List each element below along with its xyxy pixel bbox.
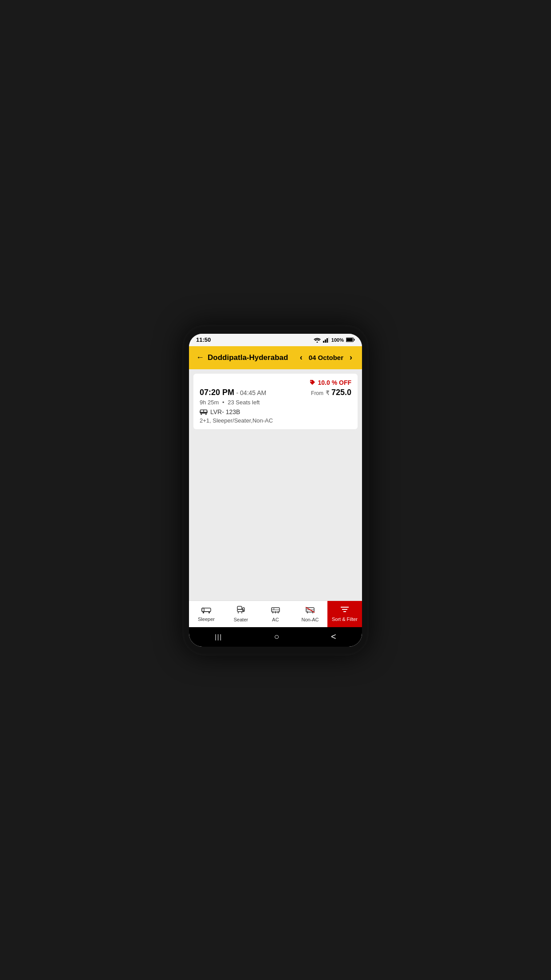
sort-filter-button[interactable]: Sort & Filter: [327, 601, 362, 627]
next-date-button[interactable]: ›: [347, 352, 355, 363]
nonac-icon: [305, 605, 315, 616]
time-section: 07:20 PM - 04:45 AM: [200, 388, 266, 397]
status-time: 11:50: [196, 336, 211, 343]
android-nav-bar: ||| ○ <: [189, 627, 362, 647]
svg-rect-19: [209, 612, 210, 613]
departure-time: 07:20 PM: [200, 388, 234, 397]
sort-filter-icon: [340, 606, 350, 615]
currency-symbol: ₹: [326, 389, 330, 396]
date-display: 04 October: [309, 354, 343, 361]
battery-icon: [346, 337, 355, 342]
bus-number: LVR- 123B: [210, 408, 240, 415]
nav-menu-icon[interactable]: |||: [215, 633, 222, 640]
status-icons: 100%: [314, 337, 355, 343]
status-bar: 11:50 100%: [189, 334, 362, 346]
nav-home-icon[interactable]: ○: [274, 632, 279, 642]
from-label: From: [311, 390, 323, 396]
discount-badge: 10.0 % OFF: [309, 379, 351, 386]
route-title: Doddipatla-Hyderabad: [208, 353, 288, 362]
seats-left: 23 Seats left: [228, 399, 260, 406]
svg-rect-6: [346, 338, 353, 341]
svg-rect-10: [204, 410, 207, 412]
svg-rect-0: [323, 341, 324, 343]
duration-text: 9h 25m: [200, 399, 219, 406]
header-left: ← Doddipatla-Hyderabad: [196, 353, 288, 362]
seater-filter-button[interactable]: Seater: [224, 601, 258, 627]
nav-back-icon[interactable]: <: [331, 632, 336, 642]
card-top-row: 10.0 % OFF: [200, 379, 351, 386]
price-value: 725.0: [331, 388, 351, 397]
battery-text: 100%: [331, 337, 344, 343]
sleeper-icon: [201, 606, 211, 615]
svg-rect-13: [200, 411, 201, 412]
svg-rect-20: [237, 606, 242, 609]
svg-rect-18: [203, 612, 204, 613]
ac-icon: ❄: [271, 605, 280, 616]
bus-card[interactable]: 10.0 % OFF 07:20 PM - 04:45 AM From ₹ 72…: [193, 374, 358, 429]
svg-rect-16: [202, 608, 204, 612]
time-price-row: 07:20 PM - 04:45 AM From ₹ 725.0: [200, 388, 351, 397]
seater-label: Seater: [234, 617, 248, 622]
phone-screen: 11:50 100%: [189, 334, 362, 647]
ac-label: AC: [272, 617, 279, 622]
svg-rect-15: [202, 608, 211, 612]
bus-type: 2+1, Sleeper/Seater,Non-AC: [200, 417, 351, 424]
time-separator: -: [236, 389, 240, 396]
svg-point-12: [205, 413, 207, 415]
tag-icon: [309, 379, 316, 386]
phone-frame: 11:50 100%: [182, 325, 369, 656]
signal-icon: [323, 337, 329, 343]
svg-point-11: [201, 413, 202, 415]
svg-text:❄: ❄: [273, 608, 275, 610]
sort-filter-label: Sort & Filter: [332, 616, 358, 622]
svg-point-7: [310, 380, 311, 381]
sleeper-filter-button[interactable]: Sleeper: [189, 601, 224, 627]
seater-icon: [236, 605, 246, 616]
bottom-filter-bar: Sleeper Seater: [189, 601, 362, 627]
svg-rect-5: [354, 339, 355, 341]
discount-text: 10.0 % OFF: [318, 379, 351, 386]
ac-filter-button[interactable]: ❄ AC: [258, 601, 293, 627]
wifi-icon: [314, 337, 321, 343]
prev-date-button[interactable]: ‹: [297, 352, 305, 363]
bus-icon: [200, 409, 208, 415]
svg-rect-3: [328, 337, 329, 343]
svg-rect-1: [325, 340, 326, 343]
svg-rect-9: [201, 410, 203, 412]
svg-rect-14: [207, 411, 208, 412]
nonac-label: Non-AC: [301, 617, 319, 622]
svg-rect-2: [327, 338, 328, 343]
price-section: From ₹ 725.0: [311, 388, 351, 397]
arrival-time: 04:45 AM: [240, 389, 266, 396]
bus-info-row: LVR- 123B: [200, 408, 351, 415]
header-right: ‹ 04 October ›: [297, 352, 355, 363]
app-header: ← Doddipatla-Hyderabad ‹ 04 October ›: [189, 346, 362, 369]
back-button[interactable]: ←: [196, 353, 204, 362]
dot-separator: •: [222, 399, 224, 406]
sleeper-label: Sleeper: [198, 616, 215, 622]
duration-row: 9h 25m • 23 Seats left: [200, 399, 351, 406]
main-content: 10.0 % OFF 07:20 PM - 04:45 AM From ₹ 72…: [189, 369, 362, 601]
nonac-filter-button[interactable]: Non-AC: [293, 601, 327, 627]
